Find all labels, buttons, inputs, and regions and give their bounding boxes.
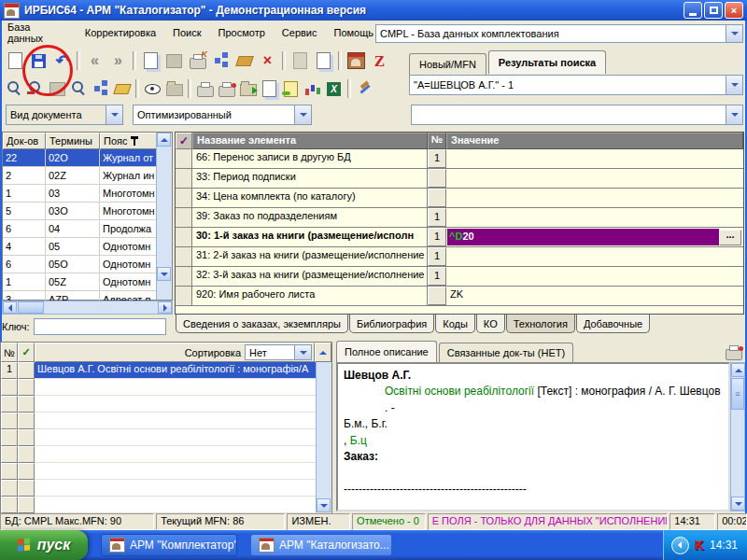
clear-record-icon[interactable] [233,49,256,73]
record-image-icon[interactable] [312,49,335,73]
go-forward-icon[interactable]: » [106,49,130,73]
value-helper-button[interactable]: ... [719,230,741,245]
menu-database[interactable]: База данных [7,21,68,44]
irbis-logo-icon[interactable] [345,49,368,73]
view-search-icon[interactable] [4,78,25,100]
document-view-dropdown-button[interactable] [106,105,122,124]
tab-search-results[interactable]: Результаты поиска [488,50,606,74]
database-combo-dropdown-button[interactable] [726,25,742,42]
page-tab-additional[interactable]: Добавочные [576,315,650,333]
field-row-selected[interactable]: 30: 1-й заказ на книги (размещение/испол… [176,228,743,247]
menu-view[interactable]: Просмотр [218,27,265,38]
hscroll-thumb[interactable] [18,301,44,314]
print-cards-icon[interactable]: K [186,49,209,73]
taskbar-window-komplektator[interactable]: АРМ "Комплектатор" [101,534,237,556]
undo-icon[interactable]: ↶ [50,49,74,73]
field-row[interactable]: 34: Цена комплекта (по каталогу) [176,189,743,208]
terms-vscrollbar[interactable] [156,133,172,300]
copy-record-icon[interactable] [139,49,162,73]
excel-export-icon[interactable]: X [323,78,345,100]
statistics-icon[interactable] [302,78,323,100]
description-scroll-up-icon[interactable] [731,363,745,377]
terms-col-desc[interactable]: Пояс [100,133,158,149]
results-scroll-down-icon[interactable] [317,498,331,512]
menu-service[interactable]: Сервис [282,27,317,38]
database-combo[interactable]: CMPL - База данных комплектования [375,24,743,43]
search-result-combo[interactable]: "A=ШЕВЦОВ А.Г." - 1 [409,75,743,95]
tray-chevron-button[interactable] [671,537,689,554]
format-combo[interactable]: Оптимизированный [133,105,312,125]
view-marked-icon[interactable] [25,78,47,100]
worksheet-grid-icon[interactable] [162,49,186,73]
field-value-editor[interactable]: ^D20 [447,229,719,245]
close-button[interactable]: × [725,2,743,19]
print-description-icon[interactable] [723,342,744,363]
document-view-combo[interactable]: Вид документа [6,105,123,125]
results-vscrollbar[interactable] [316,362,331,512]
export-folder-icon[interactable] [237,78,259,100]
print-icon[interactable] [194,78,216,100]
copy-document-icon[interactable] [259,78,280,100]
page-tab-codes[interactable]: Коды [435,315,475,333]
page-tab-ko[interactable]: КО [476,315,505,333]
description-vscrollbar[interactable]: ≡ [730,362,745,511]
scroll-up-icon[interactable] [157,133,171,147]
scroll-down-icon[interactable] [157,267,171,281]
field-row[interactable]: 31: 2-й заказ на книги (размещение/испол… [176,247,743,267]
preview-eye-icon[interactable] [142,78,163,100]
field-row[interactable]: 39: Заказ по подразделениям1 [176,208,743,228]
sort-combo[interactable]: Нет [245,344,312,360]
page-tab-technology[interactable]: Технология [506,315,575,333]
terms-col-terms[interactable]: Термины [46,133,100,149]
key-input[interactable] [34,318,166,335]
tree-view-icon[interactable] [209,49,233,73]
scroll-left-icon[interactable] [3,301,17,314]
kaspersky-icon[interactable]: K [695,538,704,553]
notes-icon[interactable] [280,78,302,100]
new-record-icon[interactable] [4,49,27,73]
result-row[interactable]: 1 Шевцов А.Г. Освітні основи реабілітоло… [1,362,331,379]
field-row[interactable]: 66: Перенос записи в другую БД1 [176,149,743,169]
format-dropdown-button[interactable] [294,105,311,124]
delete-record-icon[interactable]: × [256,49,279,73]
terms-row[interactable]: 103Многотомн [3,185,172,203]
results-scroll-up-icon[interactable] [315,343,331,362]
open-book-icon[interactable] [111,78,133,100]
result-check-cell[interactable] [18,362,35,379]
tab-linked-docs[interactable]: Связанные док-ты (НЕТ) [439,343,573,363]
terms-row[interactable]: 605OОднотомн [3,256,172,273]
menu-search[interactable]: Поиск [173,27,201,38]
maximize-button[interactable] [704,2,723,19]
view-tree-icon[interactable] [90,78,111,100]
save-record-icon[interactable] [27,49,50,73]
field-row[interactable]: 920: Имя рабочего листаZK [176,287,743,306]
minimize-button[interactable] [684,2,702,19]
tab-full-description[interactable]: Полное описание [336,341,437,362]
terms-row[interactable]: 202ZЖурнал ин [3,167,172,185]
field-row[interactable]: 32: 3-й заказ на книги (размещение/испол… [176,267,743,287]
scroll-right-icon[interactable] [158,301,172,314]
tab-new-mfn[interactable]: Новый/MFN [409,53,486,75]
terms-row[interactable]: 604Продолжа [3,220,172,238]
go-back-icon[interactable]: « [83,49,106,73]
terms-col-docs[interactable]: Док-ов [3,133,46,149]
z3950-icon[interactable]: Z [368,49,391,73]
start-button[interactable]: пуск [0,530,88,560]
field-row[interactable]: 33: Период подписки [176,169,743,189]
print-setup-icon[interactable] [216,78,237,100]
terms-row[interactable]: 2202OЖурнал от [3,149,172,167]
description-scroll-thumb[interactable]: ≡ [731,378,744,410]
worksheet-dropdown-button[interactable] [726,105,742,124]
worksheet-combo[interactable] [411,105,743,125]
terms-row[interactable]: 405Однотомн [3,238,172,256]
search-result-dropdown-button[interactable] [726,76,742,94]
menu-help[interactable]: Помощь [334,27,374,38]
sort-dropdown-button[interactable] [294,345,311,359]
page-tab-orders[interactable]: Сведения о заказах, экземпляры [176,315,348,333]
page-tab-bibliography[interactable]: Библиография [349,315,434,333]
terms-row[interactable]: 503OМноготомн [3,203,172,220]
terms-hscrollbar[interactable] [2,301,173,315]
terms-row[interactable]: 105ZОднотомн [3,273,172,291]
description-scroll-down-icon[interactable] [731,497,745,511]
export-record-icon[interactable] [289,49,312,73]
